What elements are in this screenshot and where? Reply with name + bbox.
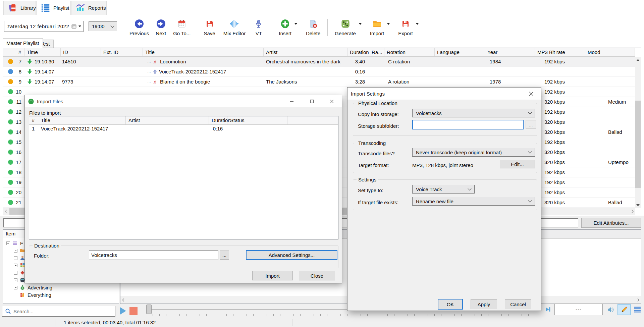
search-box[interactable]: Search... — [2, 306, 115, 317]
import-settings-titlebar[interactable]: Import Settings — [347, 88, 541, 100]
close-dialog-button[interactable]: Close — [299, 271, 335, 280]
tab-reports[interactable]: Reports — [71, 1, 107, 15]
column-header-language[interactable]: Language — [435, 48, 485, 56]
maximize-button[interactable] — [305, 97, 319, 106]
copy-into-storage-combo[interactable]: Voicetracks — [412, 109, 535, 117]
column-header-duration[interactable]: Duration — [347, 48, 369, 56]
edit-mode-button[interactable] — [618, 304, 631, 315]
tab-master-playlist[interactable]: Master Playlist — [3, 38, 43, 48]
files-column-status[interactable]: Status — [227, 116, 287, 124]
previous-button[interactable]: Previous — [129, 19, 149, 36]
minimize-button[interactable] — [285, 97, 298, 106]
stop-button[interactable] — [129, 307, 138, 315]
down-arrow-icon — [28, 79, 32, 84]
playlist-row[interactable]: 819:14:07…VoiceTrack-20220212-1524170:16 — [3, 67, 635, 77]
files-column-num[interactable]: # — [29, 116, 38, 124]
if-exists-combo[interactable]: Rename new file — [412, 197, 535, 206]
reports-chart-icon — [76, 3, 85, 12]
time-value: 19:00 — [92, 23, 105, 29]
scrollbar-thumb[interactable] — [635, 101, 641, 188]
column-header-num[interactable]: # — [3, 48, 24, 56]
import-files-titlebar[interactable]: Import Files — [25, 95, 342, 107]
column-header-time[interactable]: Time — [24, 48, 61, 56]
column-header-rotation[interactable]: Rotation — [384, 48, 435, 56]
volume-button[interactable] — [607, 307, 614, 313]
import-dropdown-caret-icon[interactable] — [387, 23, 390, 25]
export-dropdown-caret-icon[interactable] — [416, 23, 419, 25]
import-button[interactable]: Import — [370, 19, 384, 36]
collapse-box-icon[interactable] — [6, 241, 10, 245]
expand-box-icon[interactable] — [14, 256, 17, 260]
scroll-left-button[interactable] — [120, 296, 126, 304]
insert-button[interactable]: Insert — [279, 19, 291, 36]
tree-item-everything[interactable]: Everything — [6, 291, 119, 298]
transcode-files-combo[interactable]: Never transcode (keep original format) — [412, 148, 535, 157]
scroll-up-button[interactable] — [635, 57, 641, 63]
slider-tick — [247, 314, 247, 316]
mix-editor-button[interactable]: Mix Editor — [223, 19, 246, 36]
playlist-row[interactable]: 719:10:3014510…♬LocomotionOrchestral man… — [3, 57, 635, 67]
advanced-settings-button[interactable]: Advanced Settings... — [246, 250, 337, 260]
time-combo[interactable]: 19:00 — [89, 21, 117, 31]
generate-dropdown-caret-icon[interactable] — [359, 23, 362, 25]
files-table-row[interactable]: 1 VoiceTrack-20220212-152417 0:16 — [29, 125, 338, 133]
apply-button[interactable]: Apply — [471, 299, 497, 309]
toolbar-separator — [327, 19, 328, 36]
column-header-ext-id[interactable]: Ext. ID — [101, 48, 143, 56]
close-button[interactable] — [524, 89, 538, 98]
insert-dropdown-caret-icon[interactable] — [294, 23, 297, 25]
subfolder-browse-button[interactable]: ... — [526, 120, 536, 129]
scroll-right-button[interactable] — [635, 296, 641, 304]
scroll-down-button[interactable] — [635, 202, 641, 208]
folder-input[interactable]: Voicetracks — [89, 250, 218, 260]
scroll-right-button[interactable] — [629, 208, 635, 215]
cancel-button[interactable]: Cancel — [505, 299, 531, 309]
transcoding-group: Transcoding Transcode files? Never trans… — [353, 143, 537, 173]
date-picker[interactable]: zaterdag 12 februari 2022 — [4, 21, 84, 32]
expand-box-icon[interactable] — [14, 278, 17, 282]
play-button[interactable] — [120, 307, 126, 315]
playlist-vertical-scrollbar[interactable] — [635, 57, 641, 208]
ok-button[interactable]: OK — [438, 299, 463, 310]
edit-format-button[interactable]: Edit... — [500, 160, 535, 168]
physical-location-label: Physical Location — [357, 100, 399, 106]
expand-box-icon[interactable] — [14, 286, 17, 289]
column-header-year[interactable]: Year — [485, 48, 535, 56]
storage-subfolder-input[interactable] — [412, 120, 524, 129]
export-button[interactable]: Export — [398, 19, 413, 36]
column-header-artist[interactable]: Artist — [264, 48, 347, 56]
column-header-bitrate[interactable]: MP3 Bit rate — [535, 48, 585, 56]
playlist-view-button[interactable] — [634, 306, 641, 313]
import-confirm-button[interactable]: Import — [252, 271, 293, 280]
playlist-row[interactable]: 919:14:079773…♬Blame it on the boogieThe… — [3, 77, 635, 87]
files-column-artist[interactable]: Artist — [126, 116, 209, 124]
delete-button[interactable]: Delete — [306, 19, 320, 36]
position-slider-thumb[interactable] — [146, 305, 152, 314]
expand-box-icon[interactable] — [14, 264, 17, 267]
row-bitrate-cell: 320 kbps — [535, 117, 585, 127]
vt-button[interactable]: VT — [254, 19, 263, 36]
tree-item-advertising[interactable]: $Advertising — [6, 284, 119, 291]
files-column-title[interactable]: Title — [38, 116, 126, 124]
tab-library[interactable]: Library — [3, 1, 36, 15]
next-button[interactable]: Next — [156, 19, 166, 36]
column-header-mood[interactable]: Mood — [585, 48, 635, 56]
skip-to-end-button[interactable] — [545, 306, 551, 313]
column-header-title[interactable]: Title — [143, 48, 264, 56]
set-type-combo[interactable]: Voice Track — [412, 185, 475, 194]
goto-button[interactable]: Go To... — [173, 19, 191, 36]
date-dropdown-caret-icon[interactable] — [78, 25, 81, 27]
save-button[interactable]: Save — [204, 19, 215, 36]
expand-box-icon[interactable] — [14, 271, 17, 275]
edit-attributes-button[interactable]: Edit Attributes... — [581, 218, 641, 228]
column-header-ra[interactable]: Ra... — [369, 48, 384, 56]
close-button[interactable] — [325, 97, 338, 106]
scroll-left-button[interactable] — [3, 208, 9, 215]
files-column-duration[interactable]: Duration — [209, 116, 227, 124]
generate-button[interactable]: Generate — [335, 19, 356, 36]
tab-playlist[interactable]: Playlist — [36, 1, 71, 15]
expand-box-icon[interactable] — [14, 249, 17, 253]
column-header-id[interactable]: ID — [61, 48, 101, 56]
folder-browse-button[interactable]: ... — [220, 251, 229, 260]
list-icon — [634, 306, 641, 313]
